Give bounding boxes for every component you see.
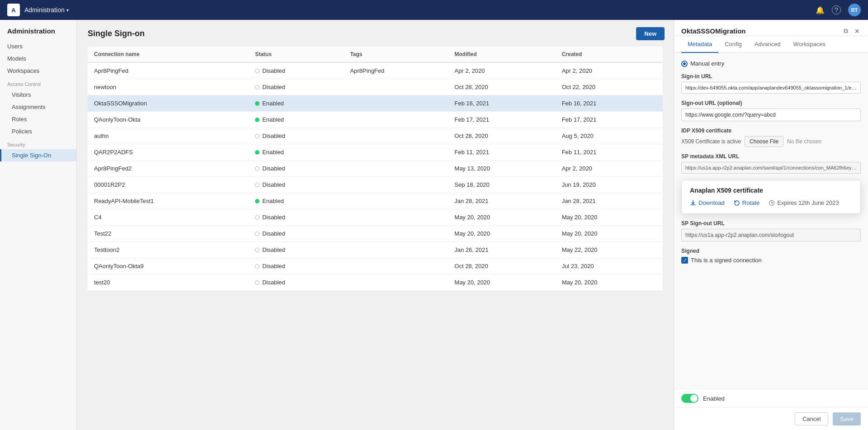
table-row[interactable]: QAR2P2ADFS Enabled Feb 11, 2021 Feb 11, … xyxy=(88,144,663,161)
cell-tags xyxy=(344,112,448,128)
table-row[interactable]: Test22 Disabled May 20, 2020 May 20, 202… xyxy=(88,226,663,242)
sidebar-item-visitors[interactable]: Visitors xyxy=(0,89,76,101)
cell-tags xyxy=(344,226,448,242)
sign-out-url-input[interactable] xyxy=(681,109,861,121)
cell-modified: Jan 26, 2021 xyxy=(448,242,555,258)
help-icon[interactable]: ? xyxy=(832,5,841,14)
toggle-label: Enabled xyxy=(703,395,725,402)
table: Connection name Status Tags Modified Cre… xyxy=(88,47,663,291)
status-dot xyxy=(255,264,259,269)
right-panel: OktaSSSOMigration ⧉ ✕ Metadata Config Ad… xyxy=(674,20,868,430)
sidebar-item-assignments[interactable]: Assignments xyxy=(0,101,76,113)
tab-advanced[interactable]: Advanced xyxy=(748,36,787,53)
sp-signout-input xyxy=(681,229,861,241)
manual-entry-radio[interactable]: Manual entry xyxy=(681,60,861,67)
sidebar-section-security: Security xyxy=(0,137,76,149)
table-row[interactable]: test20 Disabled May 20, 2020 May 20, 202… xyxy=(88,274,663,291)
cell-created: Feb 17, 2021 xyxy=(556,112,663,128)
status-dot xyxy=(255,150,259,155)
cell-created: Jul 23, 2020 xyxy=(556,258,663,274)
clock-icon xyxy=(769,200,775,206)
status-dot xyxy=(255,134,259,138)
x509-download-action[interactable]: Download xyxy=(690,199,725,206)
sidebar-item-models[interactable]: Models xyxy=(0,52,76,65)
panel-footer: Cancel Save xyxy=(674,407,868,430)
app-brand[interactable]: Administration ▾ xyxy=(24,6,69,14)
enabled-toggle[interactable] xyxy=(681,394,698,403)
idp-cert-row: X509 Certificate is active Choose File N… xyxy=(681,136,861,147)
status-dot xyxy=(255,101,259,106)
table-row[interactable]: C4 Disabled May 20, 2020 May 20, 2020 xyxy=(88,209,663,226)
cell-tags xyxy=(344,193,448,209)
panel-tabs: Metadata Config Advanced Workspaces xyxy=(674,36,868,53)
signed-section: Signed This is a signed connection xyxy=(681,248,861,264)
sidebar-section-access-control: Access Control xyxy=(0,77,76,89)
table-row[interactable]: authn Disabled Oct 28, 2020 Aug 5, 2020 xyxy=(88,128,663,144)
cell-status: Enabled xyxy=(249,193,344,209)
table-row[interactable]: ReadyAPI-MobileTest1 Enabled Jan 28, 202… xyxy=(88,193,663,209)
sidebar-item-roles[interactable]: Roles xyxy=(0,113,76,125)
page-title: Single Sign-on xyxy=(88,29,663,38)
sign-out-url-section: Sign-out URL (optional) xyxy=(681,100,861,121)
app-logo[interactable]: A xyxy=(7,4,20,16)
sign-out-url-label: Sign-out URL (optional) xyxy=(681,100,861,106)
radio-label: Manual entry xyxy=(690,60,724,67)
sidebar-item-workspaces[interactable]: Workspaces xyxy=(0,65,76,77)
tab-metadata[interactable]: Metadata xyxy=(681,36,718,53)
cell-modified: May 20, 2020 xyxy=(448,209,555,226)
idp-cert-status: X509 Certificate is active xyxy=(681,138,741,145)
status-dot xyxy=(255,248,259,252)
avatar[interactable]: BT xyxy=(848,4,861,16)
sidebar-item-users[interactable]: Users xyxy=(0,40,76,52)
cell-created: Jan 28, 2021 xyxy=(556,193,663,209)
cell-status: Disabled xyxy=(249,128,344,144)
table-row[interactable]: OktaSSSOMigration Enabled Feb 16, 2021 F… xyxy=(88,95,663,112)
cell-created: May 20, 2020 xyxy=(556,274,663,291)
choose-file-button[interactable]: Choose File xyxy=(745,136,783,147)
topnav-right: 🔔 ? BT xyxy=(816,4,861,16)
new-button[interactable]: New xyxy=(636,27,665,40)
cell-status: Enabled xyxy=(249,144,344,161)
cell-modified: May 20, 2020 xyxy=(448,226,555,242)
cancel-button[interactable]: Cancel xyxy=(795,412,828,425)
sidebar-item-single-sign-on[interactable]: Single Sign-On xyxy=(0,149,76,161)
table-row[interactable]: QAonlyToon-Okta Enabled Feb 17, 2021 Feb… xyxy=(88,112,663,128)
sidebar-item-policies[interactable]: Policies xyxy=(0,125,76,137)
signed-checkbox-icon xyxy=(681,257,688,264)
topnav: A Administration ▾ 🔔 ? BT xyxy=(0,0,868,20)
status-dot xyxy=(255,215,259,220)
main-content: New Single Sign-on Connection name Statu… xyxy=(77,20,674,430)
sp-signout-label: SP Sign-out URL xyxy=(681,220,861,227)
table-row[interactable]: Apr8PingFed2 Disabled May 13, 2020 Apr 2… xyxy=(88,161,663,177)
bell-icon[interactable]: 🔔 xyxy=(816,6,825,14)
cell-created: Apr 2, 2020 xyxy=(556,62,663,79)
x509-rotate-action[interactable]: Rotate xyxy=(734,199,760,206)
tab-config[interactable]: Config xyxy=(718,36,748,53)
table-row[interactable]: QAonlyToon-Okta9 Disabled Oct 28, 2020 J… xyxy=(88,258,663,274)
status-dot xyxy=(255,118,259,122)
table-row[interactable]: Apr8PingFed Disabled Apr8PingFed Apr 2, … xyxy=(88,62,663,79)
sign-in-url-input[interactable] xyxy=(681,82,861,94)
table-row[interactable]: newtoon Disabled Oct 28, 2020 Oct 22, 20… xyxy=(88,79,663,95)
signed-check-row[interactable]: This is a signed connection xyxy=(681,257,861,264)
panel-copy-button[interactable]: ⧉ xyxy=(843,26,849,36)
cell-tags xyxy=(344,209,448,226)
table-row[interactable]: Testtoon2 Disabled Jan 26, 2021 May 22, … xyxy=(88,242,663,258)
table-row[interactable]: 00001R2P2 Disabled Sep 18, 2020 Jun 19, … xyxy=(88,177,663,193)
panel-header-actions: ⧉ ✕ xyxy=(843,26,861,36)
table-body: Apr8PingFed Disabled Apr8PingFed Apr 2, … xyxy=(88,62,663,291)
panel-body: Manual entry Sign-in URL Sign-out URL (o… xyxy=(674,53,868,389)
panel-close-button[interactable]: ✕ xyxy=(854,27,861,36)
cell-name: authn xyxy=(88,128,249,144)
save-button[interactable]: Save xyxy=(833,412,861,425)
cell-name: ReadyAPI-MobileTest1 xyxy=(88,193,249,209)
cell-modified: Oct 28, 2020 xyxy=(448,258,555,274)
tab-workspaces[interactable]: Workspaces xyxy=(787,36,832,53)
status-dot xyxy=(255,85,259,90)
sidebar-title: Administration xyxy=(0,27,76,40)
panel-header: OktaSSSOMigration ⧉ ✕ xyxy=(674,20,868,36)
cell-name: QAonlyToon-Okta xyxy=(88,112,249,128)
cell-status: Disabled xyxy=(249,258,344,274)
app-body: Administration Users Models Workspaces A… xyxy=(0,20,868,430)
cell-modified: Oct 28, 2020 xyxy=(448,128,555,144)
